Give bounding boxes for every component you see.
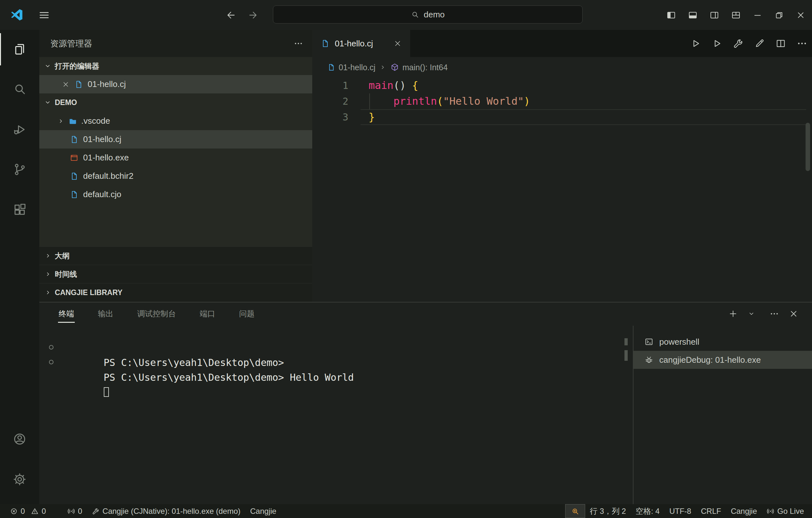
- tab-01-hello-cj[interactable]: 01-hello.cj: [312, 30, 410, 57]
- terminal-session-label: cangjieDebug: 01-hello.exe: [659, 355, 761, 365]
- chevron-right-icon: [57, 118, 64, 125]
- tree-item-default-bchir2[interactable]: default.bchir2: [39, 167, 312, 185]
- activity-item-source-control[interactable]: [0, 153, 39, 186]
- minimize-button[interactable]: [753, 10, 762, 20]
- run-file-icon[interactable]: [712, 38, 722, 49]
- cursor-position-item[interactable]: 行 3，列 2: [585, 504, 631, 518]
- code-line: 3 }: [312, 109, 812, 125]
- section-outline[interactable]: 大纲: [39, 246, 312, 265]
- panel-more-icon[interactable]: [770, 309, 779, 318]
- terminal-dropdown-icon[interactable]: [748, 310, 755, 317]
- line-number: 3: [312, 109, 348, 125]
- file-icon: [327, 63, 336, 71]
- back-icon[interactable]: [226, 10, 236, 21]
- tab-terminal[interactable]: 终端: [59, 309, 74, 319]
- toggle-sidebar-icon[interactable]: [666, 10, 676, 20]
- chevron-right-icon: [45, 271, 52, 278]
- editor-scrollbar-thumb[interactable]: [806, 123, 810, 171]
- cangjie-status-item[interactable]: Cangjie: [245, 504, 281, 518]
- command-center-search[interactable]: demo: [273, 5, 583, 24]
- tree-item-01-hello-exe[interactable]: 01-hello.exe: [39, 149, 312, 167]
- error-count: 0: [21, 507, 25, 516]
- section-label: CANGJIE LIBRARY: [55, 288, 122, 297]
- tab-problems[interactable]: 问题: [239, 309, 255, 319]
- encoding-item[interactable]: UTF-8: [664, 504, 696, 518]
- problems-item[interactable]: 0 0: [5, 504, 51, 518]
- search-value: demo: [424, 10, 445, 20]
- chevron-down-icon: [44, 98, 52, 106]
- split-editor-icon[interactable]: [775, 38, 786, 49]
- debug-bug-icon: [644, 355, 654, 364]
- folder-icon: [68, 117, 77, 126]
- tab-output[interactable]: 输出: [98, 309, 113, 319]
- activity-item-explorer[interactable]: [0, 33, 39, 65]
- activity-item-account[interactable]: [0, 423, 39, 455]
- file-icon: [74, 80, 83, 89]
- gear-icon: [12, 472, 27, 486]
- forward-icon[interactable]: [248, 10, 258, 21]
- panel-actions: [728, 303, 799, 325]
- eol-item[interactable]: CRLF: [696, 504, 726, 518]
- panel-close-icon[interactable]: [789, 309, 799, 318]
- new-terminal-icon[interactable]: [728, 309, 738, 318]
- terminal-session-powershell[interactable]: powershell: [634, 333, 812, 351]
- section-open-editors[interactable]: 打开的编辑器: [39, 57, 312, 75]
- menu-icon[interactable]: [38, 9, 50, 21]
- terminal-session-label: powershell: [659, 337, 699, 347]
- toggle-secondary-sidebar-icon[interactable]: [709, 10, 719, 20]
- edit-pencil-icon[interactable]: [754, 38, 765, 49]
- command-decoration-icon: [49, 360, 54, 364]
- terminal-line: PS C:\Users\yeah1\Desktop\demo> Hello Wo…: [49, 355, 619, 370]
- code-line: 2 println("Hello World"): [312, 93, 812, 109]
- zoom-indicator[interactable]: [565, 504, 585, 518]
- tree-item-label: default.bchir2: [83, 171, 134, 181]
- tree-item-vscode[interactable]: .vscode: [39, 112, 312, 130]
- sidebar-more-actions-icon[interactable]: [294, 39, 303, 48]
- close-button[interactable]: [796, 10, 806, 20]
- activity-item-extensions[interactable]: [0, 193, 39, 226]
- broadcast-count: 0: [78, 507, 82, 516]
- indentation-item[interactable]: 空格: 4: [631, 504, 665, 518]
- code-token: "Hello World": [443, 95, 524, 107]
- run-config-item[interactable]: Cangjie (CJNative): 01-hello.exe (demo): [87, 504, 245, 518]
- more-actions-icon[interactable]: [796, 38, 808, 49]
- section-project-demo[interactable]: DEMO: [39, 93, 312, 112]
- activity-item-settings[interactable]: [0, 463, 39, 495]
- open-editor-item[interactable]: 01-hello.cj: [39, 75, 312, 93]
- chevron-down-icon: [44, 62, 52, 70]
- activity-item-search[interactable]: [0, 73, 39, 105]
- go-live-label: Go Live: [777, 507, 804, 516]
- restore-button[interactable]: [774, 10, 784, 20]
- toggle-panel-icon[interactable]: [688, 10, 698, 20]
- tools-icon[interactable]: [733, 38, 744, 49]
- breadcrumb-file[interactable]: 01-hello.cj: [327, 63, 375, 72]
- line-number: 2: [312, 93, 348, 109]
- tab-debug-console[interactable]: 调试控制台: [137, 309, 176, 319]
- tree-item-default-cjo[interactable]: default.cjo: [39, 185, 312, 204]
- language-mode-item[interactable]: Cangjie: [726, 504, 762, 518]
- close-icon[interactable]: [62, 81, 69, 88]
- tree-item-label: default.cjo: [83, 189, 121, 200]
- code-editor[interactable]: 1 main() { 2 println("Hello World") 3 }: [312, 78, 812, 302]
- tab-close-icon[interactable]: [394, 39, 402, 48]
- customize-layout-icon[interactable]: [731, 10, 741, 20]
- broadcast-item[interactable]: 0: [62, 504, 87, 518]
- terminal-scrollbar-mark: [625, 350, 628, 361]
- build-config-icon: [92, 507, 99, 515]
- terminal-output[interactable]: PS C:\Users\yeah1\Desktop\demo> PS C:\Us…: [49, 326, 619, 504]
- section-cangjie-library[interactable]: CANGJIE LIBRARY: [39, 283, 312, 302]
- section-timeline[interactable]: 时间线: [39, 265, 312, 283]
- activity-item-run-debug[interactable]: [0, 113, 39, 146]
- tree-item-01-hello-cj[interactable]: 01-hello.cj: [39, 130, 312, 149]
- editor-actions: [690, 30, 808, 57]
- tab-ports[interactable]: 端口: [200, 309, 215, 319]
- run-code-icon[interactable]: [690, 38, 701, 49]
- open-editor-label: 01-hello.cj: [88, 79, 126, 89]
- breadcrumb-symbol[interactable]: main(): Int64: [390, 63, 447, 72]
- account-icon: [12, 432, 27, 446]
- go-live-item[interactable]: Go Live: [762, 504, 809, 518]
- tree-item-label: 01-hello.cj: [83, 134, 121, 144]
- terminal-session-cangjiedebug[interactable]: cangjieDebug: 01-hello.exe: [634, 351, 812, 369]
- terminal-cursor: [104, 387, 109, 397]
- section-label: 大纲: [55, 251, 69, 261]
